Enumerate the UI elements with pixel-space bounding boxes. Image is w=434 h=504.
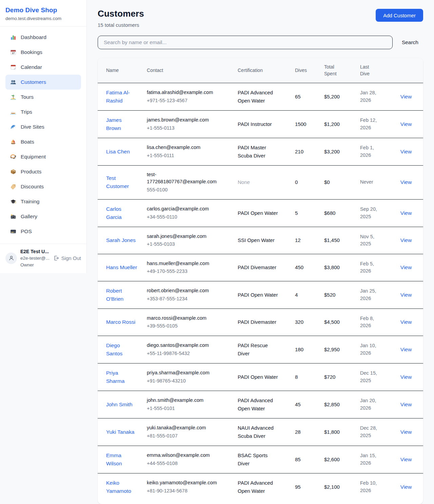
customer-name-link[interactable]: John Smith: [106, 400, 133, 409]
column-header-total-spent: Total Spent: [324, 58, 360, 83]
sidebar-item-label: Dashboard: [21, 34, 46, 40]
person-icon: [8, 255, 14, 261]
tear-calendar-icon: [10, 64, 16, 70]
customer-last-dive: Jan 28, 2026: [360, 90, 376, 103]
customer-email: diego.santos@example.com: [147, 342, 219, 349]
search-bar: Search: [98, 36, 423, 49]
view-link[interactable]: View: [400, 149, 412, 154]
search-input[interactable]: [98, 36, 393, 49]
view-link[interactable]: View: [400, 210, 412, 216]
customer-phone: +81-90-1234-5678: [147, 487, 219, 495]
customer-last-dive: Feb 5, 2026: [360, 261, 374, 274]
customer-phone: +353-87-555-1234: [147, 295, 219, 303]
customer-phone: +1-555-0103: [147, 241, 219, 248]
customer-dives: 28: [295, 429, 301, 435]
sidebar-item-tours[interactable]: Tours: [5, 90, 81, 105]
customer-name-link[interactable]: Fatima Al-Rashid: [106, 89, 138, 105]
view-link[interactable]: View: [400, 264, 412, 270]
customer-name-link[interactable]: Robert O'Brien: [106, 287, 138, 303]
sidebar-item-boats[interactable]: Boats: [5, 134, 81, 149]
view-link[interactable]: View: [400, 179, 412, 185]
sidebar-item-bookings[interactable]: 17 Bookings: [5, 45, 81, 60]
customer-name-link[interactable]: Keiko Yamamoto: [106, 479, 138, 495]
customer-name-link[interactable]: Diego Santos: [106, 341, 138, 358]
customer-certification: PADI Divemaster: [238, 264, 276, 270]
sidebar-item-discounts[interactable]: Discounts: [5, 179, 81, 194]
customer-name-link[interactable]: Marco Rossi: [106, 318, 135, 326]
view-link[interactable]: View: [400, 94, 412, 99]
customer-total-spent: $5,200: [324, 94, 340, 99]
user-meta: E2E Test U... e2e-tester@... Owner: [20, 248, 50, 268]
sidebar-item-dashboard[interactable]: Dashboard: [5, 30, 81, 45]
customer-name-link[interactable]: Yuki Tanaka: [106, 428, 134, 436]
customer-name-link[interactable]: Sarah Jones: [106, 236, 136, 244]
table-row: Keiko Yamamoto keiko.yamamoto@example.co…: [98, 473, 423, 501]
view-link[interactable]: View: [400, 347, 412, 352]
customer-name-link[interactable]: Carlos Garcia: [106, 205, 138, 221]
customer-total-spent: $4,500: [324, 319, 340, 325]
sidebar-item-products[interactable]: Products: [5, 164, 81, 179]
search-button[interactable]: Search: [393, 39, 423, 45]
customer-certification: PADI Open Water: [238, 374, 278, 380]
view-link[interactable]: View: [400, 429, 412, 435]
sidebar-item-equipment[interactable]: Equipment: [5, 149, 81, 164]
customer-phone: +44-555-0108: [147, 460, 219, 467]
user-email: e2e-tester@...: [20, 255, 50, 261]
customer-dives: 1500: [295, 121, 306, 127]
customer-certification: BSAC Sports Diver: [238, 452, 268, 466]
view-link[interactable]: View: [400, 292, 412, 298]
table-row: Sarah Jones sarah.jones@example.com +1-5…: [98, 227, 423, 254]
view-link[interactable]: View: [400, 121, 412, 127]
customer-name-link[interactable]: Emma Wilson: [106, 451, 138, 468]
customer-name-link[interactable]: Test Customer: [106, 174, 138, 190]
sign-out-button[interactable]: Sign Out: [53, 255, 81, 261]
customer-email: marco.rossi@example.com: [147, 315, 219, 322]
table-header-row: Name Contact Certification Dives Total S…: [98, 58, 423, 83]
sidebar-item-trips[interactable]: Trips: [5, 105, 81, 119]
credit-card-icon: [10, 228, 16, 235]
customer-phone: +1-555-0111: [147, 152, 219, 160]
customer-total-spent: $1,200: [324, 121, 340, 127]
customer-dives: 12: [295, 237, 301, 243]
sidebar-item-pos[interactable]: POS: [5, 224, 81, 239]
user-name: E2E Test U...: [20, 248, 50, 255]
customer-total-spent: $2,600: [324, 456, 340, 462]
customer-name-link[interactable]: Priya Sharma: [106, 369, 138, 385]
customer-last-dive: Dec 15, 2025: [360, 370, 377, 383]
grad-cap-icon: [10, 199, 16, 205]
customer-last-dive: Feb 8, 2026: [360, 316, 374, 329]
customer-email: robert.obrien@example.com: [147, 287, 219, 295]
sidebar-item-gallery[interactable]: Gallery: [5, 209, 81, 224]
view-link[interactable]: View: [400, 484, 412, 490]
view-link[interactable]: View: [400, 237, 412, 243]
sidebar-item-label: Products: [21, 169, 41, 175]
column-header-name: Name: [98, 61, 147, 79]
view-link[interactable]: View: [400, 456, 412, 462]
customer-name-link[interactable]: Lisa Chen: [106, 148, 130, 156]
sidebar-user-section: E2E Test U... e2e-tester@... Owner Sign …: [0, 244, 86, 273]
customer-last-dive: Feb 12, 2026: [360, 117, 377, 130]
sidebar-item-training[interactable]: Training: [5, 194, 81, 209]
sidebar-item-calendar[interactable]: Calendar: [5, 60, 81, 75]
sidebar-item-dive-sites[interactable]: Dive Sites: [5, 119, 81, 134]
customer-phone: +1-555-0101: [147, 405, 219, 412]
table-row: John Smith john.smith@example.com +1-555…: [98, 391, 423, 418]
table-row: James Brown james.brown@example.com +1-5…: [98, 111, 423, 138]
view-link[interactable]: View: [400, 402, 412, 407]
sidebar: Demo Dive Shop demo.test.divestreams.com…: [0, 0, 87, 273]
customer-dives: 65: [295, 94, 301, 99]
view-link[interactable]: View: [400, 374, 412, 380]
customer-total-spent: $2,100: [324, 484, 340, 490]
customer-total-spent: $3,800: [324, 264, 340, 270]
customer-name-link[interactable]: James Brown: [106, 116, 138, 132]
add-customer-button[interactable]: Add Customer: [376, 9, 423, 22]
table-row: Diego Santos diego.santos@example.com +5…: [98, 336, 423, 363]
customer-name-link[interactable]: Hans Mueller: [106, 263, 137, 272]
user-role: Owner: [20, 262, 50, 268]
sidebar-item-customers[interactable]: Customers: [5, 75, 81, 90]
view-link[interactable]: View: [400, 319, 412, 325]
customer-total-spent: $680: [324, 210, 335, 216]
column-header-actions: [393, 65, 423, 76]
customer-email: carlos.garcia@example.com: [147, 205, 219, 213]
sidebar-item-label: Training: [21, 199, 39, 205]
